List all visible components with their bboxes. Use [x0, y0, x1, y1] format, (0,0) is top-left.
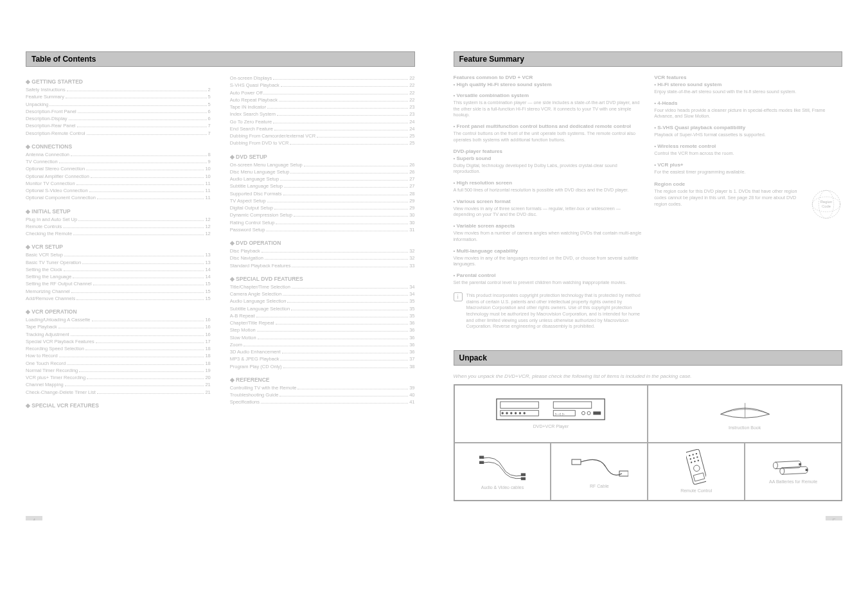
unpack-grid: ▷ ◁ ▷ DVD+VCR Player Instruction Book — [454, 384, 843, 501]
toc-dots — [290, 144, 408, 145]
toc-entry-label: Chapter/Title Repeat — [230, 319, 274, 326]
svg-rect-7 — [554, 402, 592, 408]
toc-entry-page: 35 — [409, 312, 414, 319]
toc-entry-page: 24 — [409, 125, 414, 132]
toc-entry-label: Check-Change-Delete Timer List — [26, 389, 96, 396]
toc-entry: Channel Mapping21 — [26, 381, 211, 388]
toc-entry-page: 14 — [205, 266, 210, 273]
toc-entry-page: 34 — [409, 283, 414, 290]
toc-entry: Disc Navigation32 — [230, 254, 415, 262]
toc-entry: Description-Front Panel6 — [26, 108, 211, 115]
feature-title: • Variable screen aspects — [454, 223, 642, 229]
feature-item: • Hi-Fi stereo sound systemEnjoy state-o… — [654, 82, 842, 95]
toc-dots — [257, 331, 408, 332]
toc-entry-label: Camera Angle Selection — [230, 290, 281, 298]
toc-entry-label: Monitor TV Connection — [26, 180, 75, 187]
svg-point-14 — [524, 412, 526, 414]
svg-point-11 — [510, 412, 512, 414]
toc-dots — [67, 91, 207, 91]
toc-dots — [65, 386, 204, 386]
feature-item: • Parental controlSet the parental contr… — [454, 272, 642, 286]
toc-section-title: ◆ INITIAL SETUP — [26, 208, 211, 215]
toc-entry: Add/Remove Channels15 — [26, 295, 211, 302]
toc-dots — [79, 371, 204, 372]
toc-dots — [71, 335, 204, 336]
toc-entry: Plug In and Auto Set Up12 — [26, 216, 211, 223]
toc-entry-page: 37 — [409, 355, 414, 362]
toc-entry: On-screen Menu Language Setup26 — [230, 161, 415, 168]
unpack-label: Remote Control — [680, 488, 712, 493]
page-number-right: 5 — [826, 516, 842, 520]
feature-title: • Superb sound — [454, 155, 642, 161]
toc-dots — [297, 389, 408, 389]
toc-entry: Optional S-Video Connection11 — [26, 187, 211, 194]
toc-entry: Tracking Adjustment16 — [26, 331, 211, 338]
toc-entry-label: Loading/Unloading A Cassette — [26, 316, 91, 323]
svg-point-9 — [502, 412, 504, 414]
toc-entry-label: TV Aspect Setup — [230, 197, 266, 204]
svg-rect-6 — [500, 402, 539, 408]
toc-entry: Digital Output Setup29 — [230, 204, 415, 211]
toc-entry-page: 10 — [205, 165, 210, 172]
toc-dots — [78, 220, 204, 221]
toc-entry-label: Description-Remote Control — [26, 130, 85, 137]
toc-entry: Title/Chapter/Time Selection34 — [230, 283, 415, 290]
toc-dots — [67, 364, 204, 365]
toc-entry: 3D Audio Enhancement36 — [230, 348, 415, 355]
toc-entry-page: 11 — [205, 194, 210, 201]
remote-icon — [686, 449, 706, 484]
vcr-features-list: • Hi-Fi stereo sound systemEnjoy state-o… — [654, 82, 842, 175]
unpack-cell-av-cable: Audio & Video cables — [454, 443, 551, 501]
toc-dots — [290, 173, 408, 173]
toc-dots — [73, 278, 204, 278]
right-page: Feature Summary Features common to DVD +… — [454, 51, 843, 501]
toc-entry-page: 32 — [409, 254, 414, 262]
toc-dots — [69, 120, 207, 120]
feature-body: Playback of Super-VHS format cassettes i… — [654, 132, 842, 138]
toc-entry-page: 8 — [208, 151, 211, 158]
toc-entry-page: 25 — [409, 139, 414, 147]
toc-entry-page: 36 — [409, 348, 414, 355]
toc-entry-label: Dubbing From Camcorder/external VCR — [230, 132, 315, 139]
toc-entry-label: Disc Playback — [230, 247, 260, 254]
toc-entry-page: 22 — [409, 75, 414, 82]
toc-entry: A-B Repeat35 — [230, 312, 415, 319]
toc-entry-page: 27 — [409, 182, 414, 190]
toc-dots — [71, 292, 204, 293]
toc-section: ◆ DVD SETUPOn-screen Menu Language Setup… — [230, 154, 415, 234]
toc-entry: Dynamic Compression Setup30 — [230, 211, 415, 218]
toc-dots — [283, 195, 409, 195]
unpack-cell-player: ▷ ◁ ▷ DVD+VCR Player — [454, 385, 648, 443]
toc-entry-page: 10 — [205, 173, 210, 180]
toc-entry-label: On-screen Menu Language Setup — [230, 161, 303, 168]
toc-dots — [317, 137, 408, 138]
toc-entry-label: Auto Repeat Playback — [230, 96, 278, 103]
toc-entry-page: 35 — [409, 298, 414, 305]
toc-entry: Auto Power Off22 — [230, 89, 415, 96]
toc-dots — [273, 123, 408, 123]
toc-entry: Auto Repeat Playback22 — [230, 96, 415, 103]
toc-entry: Subtitle Language Setup27 — [230, 182, 415, 190]
toc-entry-page: 36 — [409, 319, 414, 326]
toc-entry-page: 22 — [409, 89, 414, 96]
toc-section: ◆ REFERENCEControlling TV with the Remot… — [230, 377, 415, 406]
toc-dots — [76, 299, 204, 300]
toc-entry: Remote Controls12 — [26, 223, 211, 230]
toc-entry: Controlling TV with the Remote39 — [230, 384, 415, 391]
toc-entry-label: Special VCR Playback Features — [26, 338, 94, 345]
toc-dots — [64, 256, 204, 256]
toc-entry-label: End Search Feature — [230, 125, 273, 132]
toc-entry-page: 28 — [409, 190, 414, 197]
toc-entry-label: A-B Repeat — [230, 312, 255, 319]
toc-entry: Troubleshooting Guide40 — [230, 391, 415, 398]
toc-section: ◆ SPECIAL DVD FEATURESTitle/Chapter/Time… — [230, 276, 415, 370]
toc-entry-page: 25 — [409, 132, 414, 139]
toc-header: Table of Contents — [26, 51, 415, 67]
toc-entry-label: Dynamic Compression Setup — [230, 211, 292, 218]
toc-entry-page: 15 — [205, 280, 210, 287]
feature-title: • 4-Heads — [654, 100, 842, 106]
toc-entry-label: Antenna Connection — [26, 151, 69, 158]
toc-entry: Subtitle Language Selection35 — [230, 305, 415, 312]
svg-point-12 — [515, 412, 517, 414]
toc-dots — [91, 177, 204, 178]
